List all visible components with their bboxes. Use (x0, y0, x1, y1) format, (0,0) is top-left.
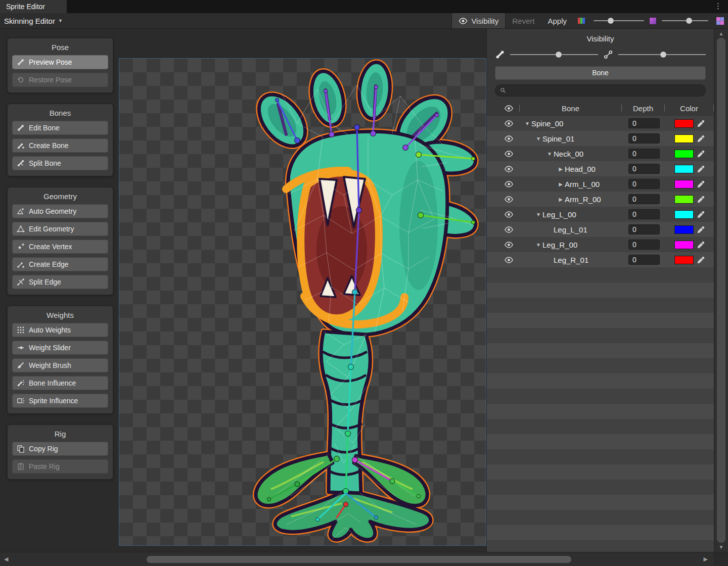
horizontal-scrollbar[interactable]: ◀ ▶ (0, 552, 728, 566)
foldout-icon[interactable]: ▶ (557, 166, 565, 172)
slider-track[interactable] (510, 54, 598, 55)
depth-input[interactable]: 0 (628, 255, 660, 265)
eye-toggle[interactable] (487, 135, 519, 142)
depth-input[interactable]: 0 (628, 164, 660, 174)
foldout-icon[interactable]: ▼ (523, 121, 531, 126)
color-picker-icon[interactable] (697, 256, 705, 264)
eye-toggle[interactable] (487, 242, 519, 248)
eye-toggle[interactable] (487, 196, 519, 203)
bone-color-swatch[interactable] (674, 119, 694, 128)
vertical-scrollbar[interactable]: ▲ ▼ (714, 29, 728, 552)
depth-input[interactable]: 0 (628, 149, 660, 159)
color-picker-icon[interactable] (697, 210, 705, 219)
bone-color-swatch[interactable] (674, 210, 694, 219)
mask-color-swatch[interactable] (649, 17, 657, 25)
slider-handle[interactable] (608, 18, 614, 24)
alpha-slider[interactable] (662, 17, 708, 24)
slider-track[interactable] (594, 20, 644, 21)
color-picker-icon[interactable] (697, 150, 705, 158)
bone-color-swatch[interactable] (674, 225, 694, 234)
create-bone-button[interactable]: Create Bone (12, 138, 108, 153)
table-row[interactable]: Leg_L_01 0 (487, 222, 714, 237)
bone-influence-button[interactable]: Bone Influence (12, 376, 108, 390)
table-row[interactable]: ▼Leg_L_00 0 (487, 207, 714, 222)
bone-color-swatch[interactable] (674, 134, 694, 143)
color-picker-icon[interactable] (697, 225, 705, 234)
auto-geometry-button[interactable]: Auto Geometry (12, 204, 108, 218)
depth-input[interactable]: 0 (628, 118, 660, 128)
table-row[interactable]: ▶Head_00 0 (487, 161, 714, 176)
kebab-menu-icon[interactable]: ⋮ (714, 2, 722, 11)
alpha-checker-icon[interactable] (712, 17, 728, 25)
paste-rig-button[interactable]: Paste Rig (12, 459, 108, 474)
restore-pose-button[interactable]: Restore Pose (12, 73, 108, 87)
sprite-influence-button[interactable]: Sprite Influence (12, 394, 108, 408)
apply-button[interactable]: Apply (541, 13, 573, 28)
foldout-icon[interactable]: ▼ (534, 136, 542, 142)
slider-handle[interactable] (660, 52, 666, 58)
copy-rig-button[interactable]: Copy Rig (12, 442, 108, 456)
opacity-slider[interactable] (594, 17, 644, 24)
scroll-left-arrow[interactable]: ◀ (4, 556, 8, 562)
weight-slider-button[interactable]: Weight Slider (12, 341, 108, 355)
slider-handle[interactable] (686, 18, 692, 24)
split-bone-button[interactable]: Split Bone (12, 156, 108, 170)
color-picker-icon[interactable] (697, 241, 705, 249)
bone-color-swatch[interactable] (674, 241, 694, 249)
color-picker-icon[interactable] (697, 134, 705, 143)
mode-dropdown[interactable]: Skinning Editor ▼ (4, 17, 63, 25)
table-row[interactable]: ▼Neck_00 0 (487, 146, 714, 161)
foldout-icon[interactable]: ▶ (557, 181, 565, 187)
slider-handle[interactable] (556, 52, 562, 58)
color-picker-icon[interactable] (697, 180, 705, 188)
table-row[interactable]: ▶Arm_L_00 0 (487, 176, 714, 192)
depth-input[interactable]: 0 (628, 224, 660, 234)
eye-toggle[interactable] (487, 166, 519, 172)
foldout-icon[interactable]: ▶ (557, 197, 565, 202)
bone-color-swatch[interactable] (674, 195, 694, 204)
depth-input[interactable]: 0 (628, 133, 660, 144)
foldout-icon[interactable]: ▼ (534, 242, 542, 248)
scroll-up-arrow[interactable]: ▲ (714, 31, 728, 36)
bone-color-swatch[interactable] (674, 180, 694, 188)
foldout-icon[interactable]: ▼ (534, 212, 542, 217)
search-input[interactable] (509, 86, 701, 95)
preview-pose-button[interactable]: Preview Pose (12, 55, 108, 69)
weight-brush-button[interactable]: Weight Brush (12, 358, 108, 372)
table-row[interactable]: ▼Spine_00 0 (487, 116, 714, 131)
horizontal-scroll-thumb[interactable] (147, 556, 571, 563)
bone-tab-button[interactable]: Bone (495, 66, 706, 80)
table-row[interactable]: Leg_R_01 0 (487, 252, 714, 267)
edit-bone-button[interactable]: Edit Bone (12, 121, 108, 135)
color-picker-icon[interactable] (697, 119, 705, 128)
slider-track[interactable] (662, 20, 708, 21)
bone-color-swatch[interactable] (674, 256, 694, 264)
scroll-right-arrow[interactable]: ▶ (704, 556, 708, 562)
depth-input[interactable]: 0 (628, 179, 660, 189)
eye-toggle[interactable] (487, 226, 519, 233)
eye-toggle[interactable] (487, 120, 519, 127)
eye-toggle[interactable] (487, 181, 519, 187)
color-picker-icon[interactable] (697, 195, 705, 204)
revert-button[interactable]: Revert (506, 13, 541, 28)
eye-toggle[interactable] (487, 151, 519, 157)
split-edge-button[interactable]: Split Edge (12, 275, 108, 289)
vertical-scroll-thumb[interactable] (717, 38, 725, 543)
depth-input[interactable]: 0 (628, 209, 660, 219)
table-row[interactable]: ▼Leg_R_00 0 (487, 237, 714, 252)
mesh-opacity-slider[interactable] (618, 51, 706, 58)
bone-opacity-slider[interactable] (510, 51, 598, 58)
table-row[interactable]: ▼Spine_01 0 (487, 131, 714, 146)
foldout-icon[interactable]: ▼ (545, 151, 554, 157)
bone-color-swatch[interactable] (674, 150, 694, 158)
sprite-canvas[interactable] (119, 58, 486, 546)
edit-geometry-button[interactable]: Edit Geometry (12, 222, 108, 236)
scroll-down-arrow[interactable]: ▼ (714, 544, 728, 550)
bone-color-swatch[interactable] (674, 165, 694, 173)
create-edge-button[interactable]: Create Edge (12, 257, 108, 271)
color-channels-icon[interactable] (573, 17, 589, 25)
table-row[interactable]: ▶Arm_R_00 0 (487, 192, 714, 207)
eye-toggle[interactable] (487, 257, 519, 263)
visibility-toggle-button[interactable]: Visibility (451, 13, 506, 28)
create-vertex-button[interactable]: Create Vertex (12, 240, 108, 254)
